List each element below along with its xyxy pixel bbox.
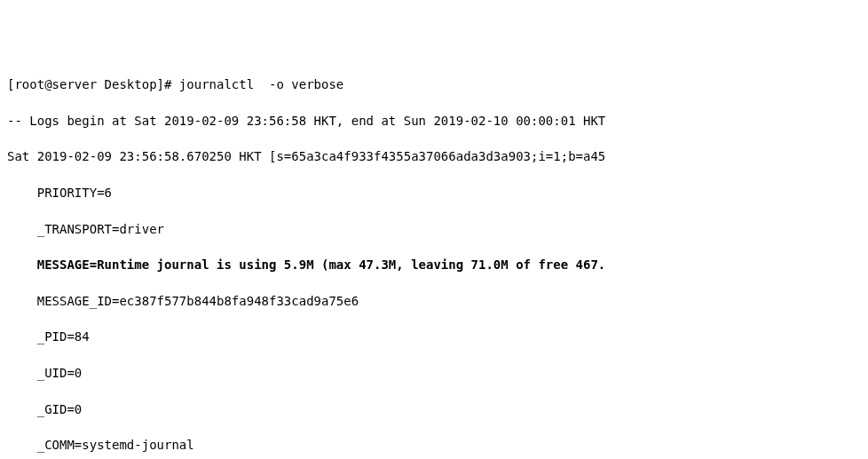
entry-1-priority: PRIORITY=6 bbox=[7, 184, 861, 202]
entry-1-pid: _PID=84 bbox=[7, 328, 861, 345]
entry-1-uid: _UID=0 bbox=[7, 364, 861, 382]
entry-1-timestamp: Sat 2019-02-09 23:56:58.670250 HKT [s=65… bbox=[7, 147, 861, 165]
log-header: -- Logs begin at Sat 2019-02-09 23:56:58… bbox=[7, 112, 861, 130]
entry-1-message: MESSAGE=Runtime journal is using 5.9M (m… bbox=[7, 256, 861, 273]
entry-1-transport: _TRANSPORT=driver bbox=[7, 220, 861, 238]
entry-1-message-id: MESSAGE_ID=ec387f577b844b8fa948f33cad9a7… bbox=[7, 292, 861, 310]
shell-prompt-line[interactable]: [root@server Desktop]# journalctl -o ver… bbox=[7, 75, 861, 93]
entry-1-comm: _COMM=systemd-journal bbox=[7, 436, 861, 454]
entry-1-gid: _GID=0 bbox=[7, 400, 861, 418]
